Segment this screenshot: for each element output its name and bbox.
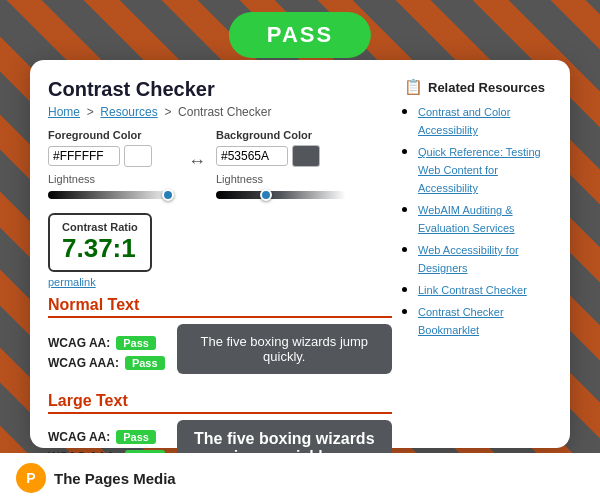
normal-text-section: Normal Text WCAG AA: Pass WCAG AAA: Pass… — [48, 296, 392, 476]
foreground-label: Foreground Color — [48, 129, 178, 141]
bg-slider[interactable] — [216, 191, 346, 199]
list-item: Contrast Checker Bookmarklet — [418, 302, 552, 338]
normal-text-demo: The five boxing wizards jump quickly. — [177, 324, 392, 374]
list-item: Contrast and Color Accessibility — [418, 102, 552, 138]
breadcrumb-resources[interactable]: Resources — [100, 105, 157, 119]
breadcrumb-home[interactable]: Home — [48, 105, 80, 119]
contrast-label: Contrast Ratio — [62, 221, 138, 233]
colors-row: Foreground Color Lightness ↔ Background … — [48, 129, 392, 199]
related-link-0[interactable]: Contrast and Color Accessibility — [418, 106, 510, 136]
card-header: Contrast Checker Home > Resources > Cont… — [48, 78, 552, 476]
contrast-ratio: 7.37:1 — [62, 233, 138, 264]
brand-logo: P The Pages Media — [16, 463, 176, 493]
related-link-5[interactable]: Contrast Checker Bookmarklet — [418, 306, 504, 336]
left-panel: Contrast Checker Home > Resources > Cont… — [48, 78, 392, 476]
related-title-text: Related Resources — [428, 80, 545, 95]
contrast-box: Contrast Ratio 7.37:1 — [48, 213, 152, 272]
fg-slider[interactable] — [48, 191, 178, 199]
fg-lightness-label: Lightness — [48, 173, 178, 185]
normal-wcag-labels: WCAG AA: Pass WCAG AAA: Pass — [48, 336, 165, 373]
list-item: Quick Reference: Testing Web Content for… — [418, 142, 552, 196]
large-text-title: Large Text — [48, 392, 392, 414]
card-title: Contrast Checker — [48, 78, 392, 101]
brand-icon: P — [16, 463, 46, 493]
normal-text-title: Normal Text — [48, 296, 392, 318]
normal-wcag-aaa-label: WCAG AAA: — [48, 356, 119, 370]
related-title: 📋 Related Resources — [404, 78, 552, 96]
list-item: WebAIM Auditing & Evaluation Services — [418, 200, 552, 236]
normal-wcag-aa-label: WCAG AA: — [48, 336, 110, 350]
normal-wcag-aa-row: WCAG AA: Pass — [48, 336, 165, 350]
background-group: Background Color Lightness — [216, 129, 346, 199]
normal-wcag-aaa-badge: Pass — [125, 356, 165, 370]
large-wcag-aa-label: WCAG AA: — [48, 430, 110, 444]
bottom-bar: P The Pages Media — [0, 453, 600, 503]
swap-icon[interactable]: ↔ — [188, 151, 206, 172]
background-label: Background Color — [216, 129, 346, 141]
breadcrumb: Home > Resources > Contrast Checker — [48, 105, 392, 119]
related-link-4[interactable]: Link Contrast Checker — [418, 284, 527, 296]
bg-lightness-label: Lightness — [216, 173, 346, 185]
foreground-input-row — [48, 145, 178, 167]
permalink-link[interactable]: permalink — [48, 276, 392, 288]
breadcrumb-current: Contrast Checker — [178, 105, 271, 119]
related-link-3[interactable]: Web Accessibility for Designers — [418, 244, 519, 274]
related-list: Contrast and Color Accessibility Quick R… — [404, 102, 552, 338]
large-wcag-aa-badge: Pass — [116, 430, 156, 444]
background-swatch — [292, 145, 320, 167]
background-input-row — [216, 145, 346, 167]
contrast-checker-card: Contrast Checker Home > Resources > Cont… — [30, 60, 570, 448]
list-item: Web Accessibility for Designers — [418, 240, 552, 276]
list-item: Link Contrast Checker — [418, 280, 552, 298]
related-resources-col: 📋 Related Resources Contrast and Color A… — [392, 78, 552, 342]
pass-badge: PASS — [229, 12, 371, 58]
normal-wcag-aaa-row: WCAG AAA: Pass — [48, 356, 165, 370]
normal-wcag-aa-badge: Pass — [116, 336, 156, 350]
foreground-input[interactable] — [48, 146, 120, 166]
related-icon: 📋 — [404, 78, 423, 96]
related-link-1[interactable]: Quick Reference: Testing Web Content for… — [418, 146, 541, 194]
background-input[interactable] — [216, 146, 288, 166]
foreground-group: Foreground Color Lightness — [48, 129, 178, 199]
foreground-swatch — [124, 145, 152, 167]
related-link-2[interactable]: WebAIM Auditing & Evaluation Services — [418, 204, 515, 234]
brand-name: The Pages Media — [54, 470, 176, 487]
large-wcag-aa-row: WCAG AA: Pass — [48, 430, 165, 444]
normal-section: WCAG AA: Pass WCAG AAA: Pass The five bo… — [48, 324, 392, 384]
